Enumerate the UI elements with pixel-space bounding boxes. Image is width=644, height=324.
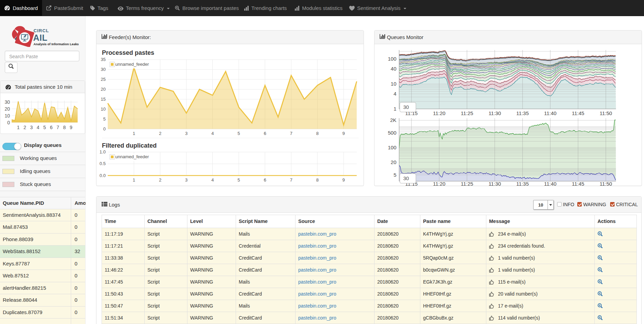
svg-text:4: 4 xyxy=(211,177,214,183)
svg-text:9: 9 xyxy=(70,125,73,130)
svg-text:CIRCL: CIRCL xyxy=(34,28,49,33)
svg-text:11:30: 11:30 xyxy=(488,181,501,186)
svg-text:10: 10 xyxy=(4,113,10,119)
svg-text:0.0: 0.0 xyxy=(100,173,106,178)
svg-text:30: 30 xyxy=(101,67,106,72)
svg-text:0: 0 xyxy=(103,126,106,132)
svg-text:1: 1 xyxy=(394,106,396,112)
svg-text:6: 6 xyxy=(264,177,266,183)
svg-text:30: 30 xyxy=(403,104,409,110)
svg-text:5: 5 xyxy=(238,177,240,183)
svg-text:11:20: 11:20 xyxy=(433,110,445,116)
svg-text:11:45: 11:45 xyxy=(572,181,584,186)
svg-text:4: 4 xyxy=(394,91,396,97)
svg-text:unnamed_feeder: unnamed_feeder xyxy=(115,154,149,159)
svg-text:0.5: 0.5 xyxy=(100,161,106,166)
svg-text:3: 3 xyxy=(185,131,187,136)
svg-text:Analysis of Information Leaks: Analysis of Information Leaks xyxy=(34,42,79,46)
svg-text:2: 2 xyxy=(159,177,161,183)
svg-text:unnamed_feeder: unnamed_feeder xyxy=(115,62,149,67)
svg-text:5: 5 xyxy=(103,116,106,122)
svg-text:11:45: 11:45 xyxy=(572,110,584,116)
svg-text:11:35: 11:35 xyxy=(516,181,529,186)
svg-text:Filtered duplicated: Filtered duplicated xyxy=(102,142,157,149)
svg-text:7: 7 xyxy=(290,177,292,183)
svg-text:30: 30 xyxy=(403,175,409,181)
svg-text:0: 0 xyxy=(7,120,10,125)
svg-text:7: 7 xyxy=(290,131,292,136)
svg-text:20: 20 xyxy=(101,87,106,92)
svg-text:10: 10 xyxy=(101,107,106,112)
svg-text:6: 6 xyxy=(264,131,266,136)
svg-text:8: 8 xyxy=(63,125,66,130)
svg-text:6: 6 xyxy=(50,125,53,130)
svg-text:11:50: 11:50 xyxy=(600,110,612,116)
svg-text:11:40: 11:40 xyxy=(544,181,556,186)
svg-text:1: 1 xyxy=(133,131,135,136)
svg-text:1.0: 1.0 xyxy=(100,149,106,154)
svg-text:11:20: 11:20 xyxy=(433,181,445,186)
svg-text:40: 40 xyxy=(391,66,396,72)
svg-text:30: 30 xyxy=(4,99,10,105)
svg-text:20: 20 xyxy=(4,106,10,112)
svg-text:500: 500 xyxy=(388,130,396,136)
svg-text:8: 8 xyxy=(316,177,318,183)
svg-text:5: 5 xyxy=(238,131,240,136)
svg-text:10: 10 xyxy=(391,81,396,87)
svg-text:2K: 2K xyxy=(390,117,396,123)
svg-text:35: 35 xyxy=(101,57,106,62)
svg-text:7: 7 xyxy=(56,125,59,130)
svg-text:11:30: 11:30 xyxy=(488,110,501,116)
svg-text:2: 2 xyxy=(159,131,161,136)
svg-text:11:25: 11:25 xyxy=(461,181,473,186)
svg-text:8: 8 xyxy=(316,131,318,136)
svg-text:20: 20 xyxy=(391,159,396,165)
svg-text:25: 25 xyxy=(101,77,106,82)
svg-text:3: 3 xyxy=(185,177,187,183)
svg-text:9: 9 xyxy=(342,131,345,136)
svg-text:1: 1 xyxy=(17,125,19,130)
svg-text:11:35: 11:35 xyxy=(516,110,529,116)
svg-text:100: 100 xyxy=(388,56,396,62)
svg-text:4: 4 xyxy=(211,131,214,136)
svg-text:11:25: 11:25 xyxy=(461,110,473,116)
svg-text:5: 5 xyxy=(43,125,46,130)
svg-text:AIL: AIL xyxy=(33,33,48,42)
svg-text:5: 5 xyxy=(394,172,396,178)
svg-text:9: 9 xyxy=(342,177,345,183)
svg-text:15: 15 xyxy=(101,97,106,102)
svg-text:3: 3 xyxy=(30,125,33,130)
svg-text:1: 1 xyxy=(133,177,135,183)
svg-text:11:50: 11:50 xyxy=(600,181,612,186)
svg-text:2: 2 xyxy=(24,125,26,130)
svg-text:Processed pastes: Processed pastes xyxy=(102,49,154,56)
svg-text:100: 100 xyxy=(388,145,396,150)
svg-text:4: 4 xyxy=(37,125,39,130)
svg-text:11:40: 11:40 xyxy=(544,110,556,116)
